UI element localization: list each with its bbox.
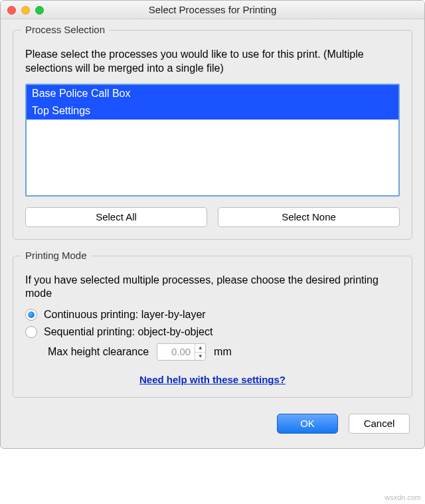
dialog-body: Process Selection Please select the proc… <box>1 19 424 448</box>
zoom-icon[interactable] <box>35 6 44 15</box>
traffic-lights <box>7 1 44 19</box>
selection-button-row: Select All Select None <box>25 207 400 227</box>
ok-button[interactable]: OK <box>277 414 338 434</box>
process-selection-group: Process Selection Please select the proc… <box>13 30 412 240</box>
radio-continuous[interactable]: Continuous printing: layer-by-layer <box>25 309 400 321</box>
chevron-up-icon[interactable]: ▲ <box>195 344 205 352</box>
titlebar: Select Processes for Printing <box>1 1 424 19</box>
chevron-down-icon[interactable]: ▼ <box>195 352 205 361</box>
cancel-button[interactable]: Cancel <box>349 414 410 434</box>
dialog-button-row: OK Cancel <box>13 414 412 436</box>
close-icon[interactable] <box>7 6 16 15</box>
process-selection-description: Please select the processes you would li… <box>25 48 400 76</box>
process-selection-label: Process Selection <box>21 24 109 35</box>
list-item[interactable]: Top Settings <box>27 102 398 120</box>
clearance-unit: mm <box>214 346 232 358</box>
clearance-field[interactable]: 0.00 ▲ ▼ <box>157 343 206 361</box>
radio-sequential[interactable]: Sequential printing: object-by-object <box>25 326 400 338</box>
process-listbox[interactable]: Base Police Call Box Top Settings <box>25 84 400 197</box>
printing-mode-label: Printing Mode <box>21 250 91 261</box>
list-item[interactable]: Base Police Call Box <box>27 85 398 102</box>
radio-sequential-label: Sequential printing: object-by-object <box>44 326 212 338</box>
minimize-icon[interactable] <box>21 6 30 15</box>
printing-mode-description: If you have selected multiple processes,… <box>25 274 400 301</box>
clearance-stepper[interactable]: ▲ ▼ <box>195 344 205 360</box>
select-all-button[interactable]: Select All <box>25 207 207 227</box>
clearance-value[interactable]: 0.00 <box>157 344 195 360</box>
radio-continuous-label: Continuous printing: layer-by-layer <box>44 309 206 321</box>
select-none-button[interactable]: Select None <box>218 207 400 227</box>
radio-icon <box>25 309 37 321</box>
dialog-window: Select Processes for Printing Process Se… <box>0 0 425 449</box>
clearance-row: Max height clearance 0.00 ▲ ▼ mm <box>48 343 400 361</box>
radio-icon <box>25 326 37 338</box>
window-title: Select Processes for Printing <box>149 4 277 15</box>
clearance-label: Max height clearance <box>48 346 149 358</box>
printing-mode-group: Printing Mode If you have selected multi… <box>13 256 412 398</box>
help-link[interactable]: Need help with these settings? <box>25 374 400 385</box>
